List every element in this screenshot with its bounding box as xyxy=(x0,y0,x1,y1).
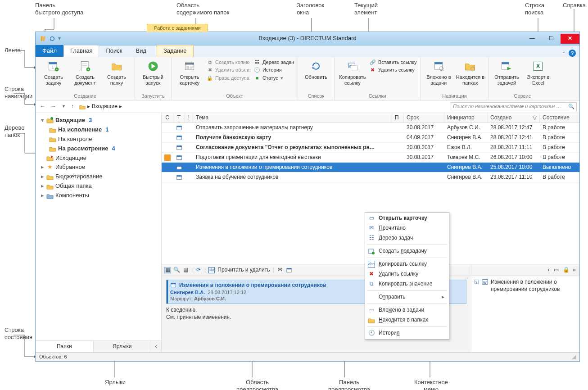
tab-file[interactable]: Файл xyxy=(36,45,63,57)
collapse-ribbon-icon[interactable]: ˄ xyxy=(563,50,565,56)
ctx-nested-tasks[interactable]: ▭Вложено в задачи xyxy=(365,305,449,315)
table-row[interactable]: Изменения в положении о премировании сот… xyxy=(162,163,579,172)
access-rights-button[interactable]: Права доступа xyxy=(215,75,249,81)
nav-up-button[interactable]: ↑ xyxy=(69,103,76,110)
create-copy-button[interactable]: Создать копию xyxy=(215,59,249,65)
table-row[interactable]: Отправить запрошенные материалы партнеру… xyxy=(162,123,579,133)
breadcrumb-inbox[interactable]: Входящие xyxy=(92,103,118,110)
breadcrumb-root-icon xyxy=(79,104,86,110)
collapse-sidebar-button[interactable]: ‹ xyxy=(151,341,161,352)
pv-abc-icon[interactable]: abc xyxy=(208,267,215,273)
close-button[interactable]: ✕ xyxy=(561,34,579,44)
delete-icon: ✖ xyxy=(207,67,213,73)
tab-folders[interactable]: Папки xyxy=(36,341,94,352)
app-icon xyxy=(40,36,46,42)
col-t[interactable]: Т xyxy=(173,113,185,122)
tasktree-icon: ☷ xyxy=(254,59,260,65)
delete-link-button[interactable]: Удалить ссылку xyxy=(378,67,415,73)
expand-icon[interactable]: › xyxy=(547,267,549,274)
pv-refresh-icon[interactable]: ⟳ xyxy=(195,267,202,273)
tree-components[interactable]: ▸ Компоненты xyxy=(37,191,159,200)
tree-on-control[interactable]: На контроле xyxy=(37,135,159,144)
located-in-folders-button[interactable]: Находится в папках xyxy=(456,59,484,86)
tree-common-folder[interactable]: ▸ Общая папка xyxy=(37,181,159,191)
pv-envelope-icon[interactable]: ✉ xyxy=(277,267,283,273)
minimize-button[interactable]: — xyxy=(523,34,542,44)
nav-forward-button[interactable]: → xyxy=(49,103,58,110)
copy-link-label: Копировать ссылку xyxy=(338,74,367,86)
svg-rect-8 xyxy=(185,63,194,64)
pv-magnifier-icon[interactable]: 🔍 xyxy=(173,267,180,273)
ctx-history[interactable]: 🕘История xyxy=(365,328,449,338)
ctx-copy-link[interactable]: abcКопировать ссылку xyxy=(365,259,449,269)
pv-layout-icon[interactable]: ▦ xyxy=(164,267,171,273)
tree-to-execute[interactable]: На исполнение 1 xyxy=(37,125,159,135)
table-row[interactable]: Подготовка презентации для ежегодной выс… xyxy=(162,153,579,163)
delete-object-button[interactable]: Удалить объект xyxy=(215,67,251,73)
col-theme[interactable]: Тема xyxy=(193,113,392,122)
ctx-delete-link[interactable]: ✖Удалить ссылку xyxy=(365,269,449,279)
quick-launch-button[interactable]: Быстрый запуск xyxy=(139,59,167,86)
resize-grip-icon[interactable]: ◢ xyxy=(572,354,576,361)
export-excel-button[interactable]: X Экспорт в Excel xyxy=(524,59,552,86)
task-tree-button[interactable]: Дерево задач xyxy=(262,59,294,65)
open-card-button[interactable]: Открыть карточку xyxy=(175,59,204,86)
col-p[interactable]: П xyxy=(392,113,404,122)
tree-inbox[interactable]: ▾ Входящие 3 xyxy=(37,116,159,125)
col-c[interactable]: С xyxy=(162,113,173,122)
nav-history-dropdown[interactable]: ▼ xyxy=(60,104,68,109)
tree-budgeting[interactable]: ▸ Бюджетирование xyxy=(37,172,159,181)
ctx-subtask[interactable]: Создать подзадачу xyxy=(365,246,449,256)
col-initiator[interactable]: Инициатор xyxy=(444,113,488,122)
breadcrumb[interactable]: ▸ Входящие ▸ xyxy=(79,103,122,110)
tab-task[interactable]: Задание xyxy=(157,45,194,57)
nav-back-button[interactable]: ← xyxy=(38,103,47,110)
attachment-item[interactable]: ◱ W Изменения в положении о премировании… xyxy=(474,279,577,293)
grid-header: С Т ! Тема П Срок Инициатор Создано ▽ Со… xyxy=(162,113,579,123)
create-document-button[interactable]: Создать документ xyxy=(71,59,100,86)
table-row[interactable]: Получите банковскую карту 04.09.2017 Сни… xyxy=(162,133,579,143)
more-icon[interactable]: » xyxy=(573,267,576,274)
copy-link-button[interactable]: abc Копировать ссылку xyxy=(338,59,367,86)
read-and-delete-button[interactable]: Прочитать и удалить xyxy=(217,267,270,274)
col-created[interactable]: Создано ▽ xyxy=(488,113,540,122)
table-row[interactable]: Заявка на обучение сотрудников Снигирев … xyxy=(162,172,579,182)
lock-icon[interactable]: 🔒 xyxy=(563,267,569,273)
table-row[interactable]: Согласование документа "Отчет о результа… xyxy=(162,143,579,153)
col-state[interactable]: Состояние xyxy=(540,113,579,122)
create-folder-button[interactable]: Создать папку xyxy=(102,59,131,86)
tab-search[interactable]: Поиск xyxy=(99,45,129,57)
tab-view[interactable]: Вид xyxy=(129,45,153,57)
ctx-read[interactable]: ✉Прочитано xyxy=(365,223,449,233)
create-task-button[interactable]: 1 Создать задачу xyxy=(39,59,68,86)
tree-for-review[interactable]: На рассмотрение 4 xyxy=(37,144,159,154)
ctx-copy-value[interactable]: ⧉Копировать значение xyxy=(365,279,449,289)
svg-rect-12 xyxy=(351,65,357,70)
tree-favorites[interactable]: ▸ ★ Избранное xyxy=(37,163,159,172)
tab-shortcuts[interactable]: Ярлыки xyxy=(94,341,152,352)
search-input[interactable]: Поиск по наименованию/теме и карточкам …… xyxy=(451,102,577,111)
help-button[interactable]: ? xyxy=(569,50,576,57)
titlebar: Работа с заданиями ▾ Входящие (3) - DIRE… xyxy=(36,32,579,45)
history-button[interactable]: История xyxy=(262,67,282,73)
status-button[interactable]: Статус xyxy=(262,75,278,81)
refresh-icon[interactable] xyxy=(49,36,55,42)
send-as-task-button[interactable]: Отправить задачей xyxy=(492,59,521,86)
maximize-button[interactable]: ☐ xyxy=(542,34,561,44)
col-date[interactable]: Срок xyxy=(404,113,444,122)
pv-grid-icon[interactable]: ▤ xyxy=(182,267,189,273)
qat-customize-icon[interactable]: ▾ xyxy=(58,35,63,42)
tab-home[interactable]: Главная xyxy=(63,45,99,57)
tree-outbox[interactable]: Исходящие xyxy=(37,154,159,163)
ctx-tree[interactable]: ☷Дерево задач xyxy=(365,233,449,243)
ctx-open-card[interactable]: ▭Открыть карточку xyxy=(365,213,449,223)
refresh-button[interactable]: Обновить xyxy=(302,59,330,80)
pv-task-icon[interactable] xyxy=(286,267,292,273)
paste-link-button[interactable]: Вставить ссылку xyxy=(378,59,416,65)
svg-text:W: W xyxy=(483,281,487,285)
nested-in-tasks-button[interactable]: Вложено в задачи xyxy=(424,59,453,86)
ctx-in-folders[interactable]: Находится в папках xyxy=(365,315,449,325)
ctx-send[interactable]: Отправить▸ xyxy=(365,292,449,302)
card-icon[interactable]: ▭ xyxy=(553,267,559,273)
col-bang[interactable]: ! xyxy=(185,113,193,122)
